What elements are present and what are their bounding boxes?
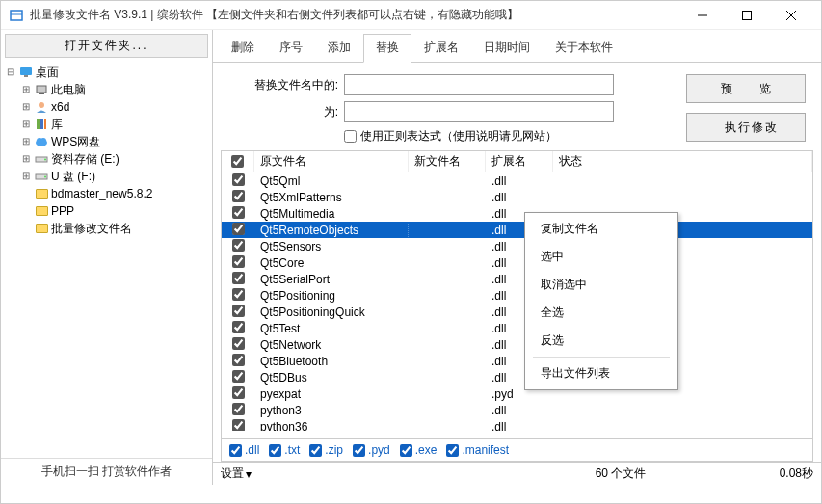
table-row[interactable]: Qt5Multimedia.dll [222, 205, 812, 222]
table-row[interactable]: Qt5Positioning.dll [222, 287, 812, 304]
filter-manifest[interactable]: .manifest [446, 443, 509, 457]
table-row[interactable]: Qt5Core.dll [222, 254, 812, 271]
regex-checkbox[interactable] [344, 130, 357, 143]
header-ext[interactable]: 扩展名 [486, 151, 553, 172]
replace-input[interactable] [344, 101, 614, 122]
row-checkbox[interactable] [232, 370, 245, 383]
row-checkbox[interactable] [232, 173, 245, 186]
tree-node[interactable]: ⊞U 盘 (F:) [5, 168, 208, 185]
table-row[interactable]: Qt5PositioningQuick.dll [222, 304, 812, 320]
context-item[interactable]: 导出文件列表 [527, 359, 676, 387]
row-checkbox[interactable] [232, 206, 245, 219]
svg-rect-12 [40, 119, 43, 129]
tree-twister[interactable]: ⊟ [5, 64, 16, 81]
preview-button[interactable]: 预 览 [686, 74, 806, 103]
tree-node[interactable]: ⊞资料存储 (E:) [5, 150, 208, 168]
filter-checkbox[interactable] [269, 444, 281, 457]
row-checkbox[interactable] [232, 337, 245, 350]
tree-twister[interactable]: ⊞ [20, 116, 32, 133]
tree-twister[interactable] [20, 185, 32, 202]
drive-icon [34, 169, 49, 184]
tab-5[interactable]: 日期时间 [471, 34, 543, 62]
filter-dll[interactable]: .dll [229, 443, 259, 457]
tab-3[interactable]: 替换 [363, 34, 411, 63]
context-item[interactable]: 取消选中 [527, 271, 676, 299]
filter-txt[interactable]: .txt [269, 443, 300, 457]
cell-orig: Qt5Core [254, 256, 409, 270]
minimize-button[interactable] [680, 1, 725, 30]
row-checkbox[interactable] [232, 288, 245, 301]
row-checkbox[interactable] [232, 255, 245, 268]
tree-node[interactable]: ⊟桌面 [5, 64, 208, 81]
context-item[interactable]: 选中 [527, 243, 676, 271]
open-folder-header[interactable]: 打开文件夹... [5, 34, 208, 58]
folder-tree[interactable]: ⊟桌面⊞此电脑⊞x6d⊞库⊞WPS网盘⊞资料存储 (E:)⊞U 盘 (F:) b… [1, 62, 212, 458]
header-new[interactable]: 新文件名 [409, 151, 486, 172]
tab-0[interactable]: 删除 [219, 34, 267, 62]
row-checkbox[interactable] [232, 386, 245, 399]
filter-checkbox[interactable] [353, 444, 365, 457]
tree-node[interactable]: ⊞WPS网盘 [5, 133, 208, 150]
table-row[interactable]: Qt5Bluetooth.dll [222, 353, 812, 369]
table-row[interactable]: Qt5Test.dll [222, 320, 812, 336]
table-row[interactable]: Qt5XmlPatterns.dll [222, 189, 812, 205]
context-item[interactable]: 全选 [527, 299, 676, 327]
tab-1[interactable]: 序号 [267, 34, 315, 62]
filter-zip[interactable]: .zip [309, 443, 343, 457]
header-status[interactable]: 状态 [553, 151, 812, 172]
tree-twister[interactable] [20, 202, 32, 220]
row-checkbox[interactable] [232, 354, 245, 366]
tree-twister[interactable]: ⊞ [20, 98, 32, 116]
tree-node[interactable]: ⊞此电脑 [5, 81, 208, 98]
row-checkbox[interactable] [232, 403, 245, 415]
tree-twister[interactable]: ⊞ [20, 133, 32, 150]
filter-checkbox[interactable] [229, 444, 242, 457]
execute-button[interactable]: 执行修改 [686, 113, 806, 142]
row-checkbox[interactable] [232, 272, 245, 284]
table-row[interactable]: python36.dll [222, 418, 812, 431]
filter-pyd[interactable]: .pyd [353, 443, 390, 457]
tree-twister[interactable]: ⊞ [20, 150, 32, 168]
settings-link[interactable]: 设置 ▾ [221, 465, 524, 482]
tree-twister[interactable]: ⊞ [20, 168, 32, 185]
tab-4[interactable]: 扩展名 [411, 34, 471, 62]
table-row[interactable]: Qt5Qml.dll [222, 172, 812, 189]
tree-node[interactable]: 批量修改文件名 [5, 220, 208, 237]
row-checkbox[interactable] [232, 223, 245, 235]
maximize-button[interactable] [725, 1, 769, 30]
sidebar-footer[interactable]: 手机扫一扫 打赏软件作者 [1, 458, 212, 485]
row-checkbox[interactable] [232, 190, 245, 202]
tree-node[interactable]: ⊞x6d [5, 98, 208, 116]
tree-twister[interactable]: ⊞ [20, 81, 32, 98]
tab-6[interactable]: 关于本软件 [543, 34, 625, 62]
table-row[interactable]: pyexpat.pyd [222, 385, 812, 402]
context-item[interactable]: 复制文件名 [527, 215, 676, 243]
table-row[interactable]: Qt5DBus.dll [222, 369, 812, 385]
table-row[interactable]: Qt5Network.dll [222, 336, 812, 353]
close-button[interactable] [769, 1, 813, 30]
grid-body[interactable]: Qt5Qml.dllQt5XmlPatterns.dllQt5Multimedi… [222, 172, 812, 431]
table-row[interactable]: Qt5SerialPort.dll [222, 271, 812, 287]
tree-node[interactable]: ⊞库 [5, 116, 208, 133]
table-row[interactable]: python3.dll [222, 402, 812, 418]
tree-twister[interactable] [20, 220, 32, 237]
tree-node[interactable]: PPP [5, 202, 208, 220]
row-checkbox[interactable] [232, 305, 245, 317]
user-icon [34, 99, 49, 115]
table-row[interactable]: Qt5Sensors.dll [222, 238, 812, 254]
filter-checkbox[interactable] [446, 444, 459, 457]
row-checkbox[interactable] [232, 239, 245, 252]
header-orig[interactable]: 原文件名 [254, 151, 409, 172]
tree-node[interactable]: bdmaster_new5.8.2 [5, 185, 208, 202]
table-row[interactable]: Qt5RemoteObjects.dll [222, 222, 812, 238]
filter-checkbox[interactable] [309, 444, 322, 457]
row-checkbox[interactable] [232, 419, 245, 432]
tab-2[interactable]: 添加 [315, 34, 363, 62]
cell-orig: python3 [254, 404, 409, 417]
header-check[interactable] [222, 151, 254, 172]
find-input[interactable] [344, 74, 614, 95]
filter-exe[interactable]: .exe [400, 443, 438, 457]
filter-checkbox[interactable] [400, 444, 412, 457]
row-checkbox[interactable] [232, 321, 245, 333]
context-item[interactable]: 反选 [527, 327, 676, 355]
